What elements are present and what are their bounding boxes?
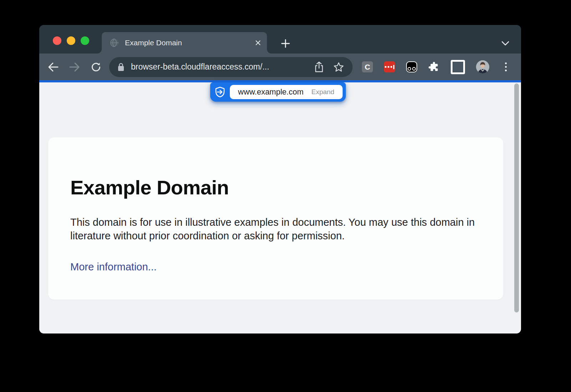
- globe-favicon-icon: [110, 38, 120, 48]
- extensions-row: C: [362, 60, 511, 74]
- profile-avatar[interactable]: [476, 60, 489, 73]
- toolbar: browser-beta.cloudflareaccess.com/... C: [39, 54, 521, 80]
- close-tab-icon[interactable]: [255, 40, 261, 46]
- title-bar[interactable]: Example Domain: [39, 25, 521, 54]
- more-information-link[interactable]: More information...: [70, 261, 157, 273]
- tab-title: Example Domain: [125, 39, 255, 47]
- bookmark-star-icon[interactable]: [333, 62, 344, 72]
- extension-c-label: C: [365, 63, 370, 71]
- extensions-puzzle-icon[interactable]: [428, 61, 440, 73]
- password-manager-extension-icon[interactable]: [384, 61, 395, 72]
- reload-button[interactable]: [88, 59, 104, 75]
- tab-search-chevron-icon[interactable]: [498, 39, 512, 49]
- back-button[interactable]: [45, 59, 61, 75]
- minimize-window-button[interactable]: [67, 36, 75, 45]
- new-tab-button[interactable]: [278, 38, 293, 49]
- url-text: browser-beta.cloudflareaccess.com/...: [131, 62, 305, 72]
- isolated-domain-text: www.example.com: [238, 87, 303, 97]
- isolation-domain-field: www.example.com Expand: [230, 85, 343, 99]
- close-window-button[interactable]: [53, 36, 61, 45]
- isolation-domain-pill[interactable]: www.example.com Expand: [210, 82, 346, 102]
- browser-menu-icon[interactable]: [500, 62, 511, 71]
- isolation-shield-icon: [210, 87, 230, 97]
- window-controls: [53, 36, 89, 45]
- zoom-window-button[interactable]: [81, 36, 89, 45]
- page-paragraph: This domain is for use in illustrative e…: [70, 215, 481, 243]
- side-panel-icon[interactable]: [451, 60, 465, 74]
- expand-button[interactable]: Expand: [311, 88, 334, 96]
- share-icon[interactable]: [314, 61, 324, 73]
- browser-window: Example Domain: [39, 25, 521, 334]
- address-bar[interactable]: browser-beta.cloudflareaccess.com/...: [109, 57, 353, 77]
- example-domain-card: Example Domain This domain is for use in…: [48, 137, 503, 300]
- vertical-scrollbar-thumb[interactable]: [514, 83, 519, 312]
- goggles-extension-icon[interactable]: [406, 61, 417, 72]
- tab-example-domain[interactable]: Example Domain: [102, 32, 267, 54]
- page-content: www.example.com Expand Example Domain Th…: [39, 82, 521, 334]
- page-title: Example Domain: [70, 176, 481, 199]
- forward-button[interactable]: [66, 59, 83, 75]
- lock-icon[interactable]: [117, 62, 125, 72]
- extension-c-icon[interactable]: C: [362, 61, 373, 72]
